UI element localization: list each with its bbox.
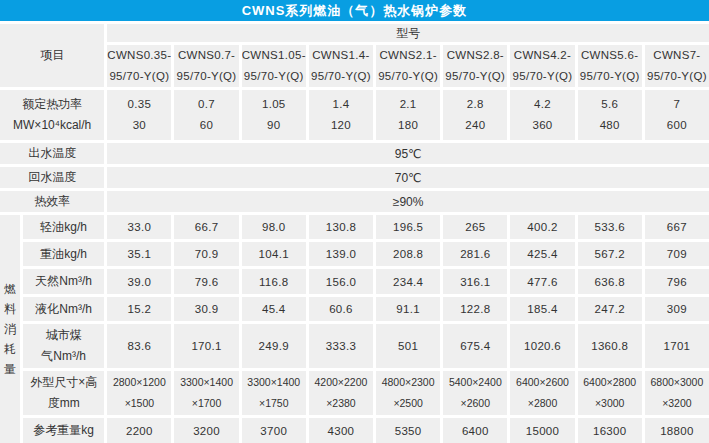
dimensions-value-cell: 3300×1400×1700 <box>174 371 238 415</box>
model-name-cell: CWNS7-95/70-Y(Q) <box>645 45 709 87</box>
model-number-header: 型号 <box>107 24 709 42</box>
model-name-cell: CWNS5.6-95/70-Y(Q) <box>578 45 642 87</box>
light-oil-value-cell: 33.0 <box>107 215 171 239</box>
weight-value-cell: 4300 <box>309 418 373 443</box>
city-gas-value-cell: 1020.6 <box>510 324 574 368</box>
model-names-row: CWNS0.35-95/70-Y(Q)CWNS0.7-95/70-Y(Q)CWN… <box>0 45 709 87</box>
natural-gas-value-cell: 636.8 <box>578 269 642 294</box>
rated-power-cell: 2.1180 <box>376 90 440 140</box>
weight-value-cell: 5350 <box>376 418 440 443</box>
lpg-value-cell: 91.1 <box>376 297 440 321</box>
model-name-cell: CWNS2.8-95/70-Y(Q) <box>443 45 507 87</box>
return-temp-row: 回水温度 70℃ <box>0 167 709 188</box>
weight-value-cell: 18800 <box>645 418 709 443</box>
rated-power-cell: 2.8240 <box>443 90 507 140</box>
weight-value-cell: 2200 <box>107 418 171 443</box>
rated-power-row: 额定热功率 MW×10⁴kcal/h 0.35300.7601.05901.41… <box>0 90 709 140</box>
dimensions-label: 外型尺寸×高 度mm <box>23 371 104 415</box>
model-name-cell: CWNS4.2-95/70-Y(Q) <box>510 45 574 87</box>
rated-power-label-line2: MW×10⁴kcal/h <box>0 115 104 136</box>
heavy-oil-value-cell: 425.4 <box>510 242 574 266</box>
rated-power-cell: 0.760 <box>174 90 238 140</box>
model-name-cell: CWNS1.05-95/70-Y(Q) <box>242 45 306 87</box>
natural-gas-value-cell: 234.4 <box>376 269 440 294</box>
natural-gas-value-cell: 156.0 <box>309 269 373 294</box>
lpg-value-cell: 185.4 <box>510 297 574 321</box>
dimensions-value-cell: 6400×2600×2800 <box>510 371 574 415</box>
rated-power-cell: 7600 <box>645 90 709 140</box>
lpg-value-cell: 60.6 <box>309 297 373 321</box>
natural-gas-row: 天然Nm³/h 39.079.6116.8156.0234.4316.1477.… <box>0 269 709 294</box>
heavy-oil-value-cell: 35.1 <box>107 242 171 266</box>
heavy-oil-value-cell: 208.8 <box>376 242 440 266</box>
boiler-parameters-table: 项目 型号 CWNS0.35-95/70-Y(Q)CWNS0.7-95/70-Y… <box>0 21 709 443</box>
page-title: CWNS系列燃油（气）热水锅炉参数 <box>242 3 468 18</box>
outlet-temp-row: 出水温度 95℃ <box>0 143 709 164</box>
return-temp-label: 回水温度 <box>0 167 104 188</box>
rated-power-label-line1: 额定热功率 <box>0 94 104 115</box>
heavy-oil-row: 重油kg/h 35.170.9104.1139.0208.8281.6425.4… <box>0 242 709 266</box>
heavy-oil-value-cell: 139.0 <box>309 242 373 266</box>
rated-power-cell: 1.4120 <box>309 90 373 140</box>
city-gas-value-cell: 1701 <box>645 324 709 368</box>
weight-value-cell: 6400 <box>443 418 507 443</box>
dimensions-value-cell: 2800×1200×1500 <box>107 371 171 415</box>
heavy-oil-value-cell: 281.6 <box>443 242 507 266</box>
lpg-row: 液化Nm³/h 15.230.945.460.691.1122.8185.424… <box>0 297 709 321</box>
light-oil-value-cell: 667 <box>645 215 709 239</box>
city-gas-value-cell: 333.3 <box>309 324 373 368</box>
city-gas-value-cell: 675.4 <box>443 324 507 368</box>
rated-power-cell: 5.6480 <box>578 90 642 140</box>
heavy-oil-value-cell: 567.2 <box>578 242 642 266</box>
dimensions-value-cell: 6400×2800×3000 <box>578 371 642 415</box>
light-oil-label: 轻油kg/h <box>23 215 104 239</box>
dimensions-label-line1: 外型尺寸×高 <box>23 372 104 393</box>
dimensions-value-cell: 4800×2300×2500 <box>376 371 440 415</box>
dimensions-row: 外型尺寸×高 度mm 2800×1200×15003300×1400×17003… <box>0 371 709 415</box>
weight-value-cell: 3200 <box>174 418 238 443</box>
light-oil-value-cell: 265 <box>443 215 507 239</box>
thermal-efficiency-row: 热效率 ≥90% <box>0 191 709 212</box>
light-oil-value-cell: 196.5 <box>376 215 440 239</box>
city-gas-value-cell: 83.6 <box>107 324 171 368</box>
thermal-efficiency-value: ≥90% <box>107 191 709 212</box>
light-oil-value-cell: 400.2 <box>510 215 574 239</box>
city-gas-label: 城市煤 气Nm³/h <box>23 324 104 368</box>
items-corner-header: 项目 <box>0 24 104 87</box>
title-bar: CWNS系列燃油（气）热水锅炉参数 <box>0 0 709 21</box>
weight-label: 参考重量kg <box>23 418 104 443</box>
lpg-value-cell: 247.2 <box>578 297 642 321</box>
city-gas-value-cell: 1360.8 <box>578 324 642 368</box>
city-gas-value-cell: 249.9 <box>242 324 306 368</box>
weight-value-cell: 3700 <box>242 418 306 443</box>
dimensions-label-line2: 度mm <box>23 393 104 414</box>
city-gas-row: 城市煤 气Nm³/h 83.6170.1249.9333.3501675.410… <box>0 324 709 368</box>
dimensions-value-cell: 4200×2200×2380 <box>309 371 373 415</box>
weight-row: 参考重量kg 220032003700430053506400150001630… <box>0 418 709 443</box>
light-oil-value-cell: 130.8 <box>309 215 373 239</box>
heavy-oil-value-cell: 104.1 <box>242 242 306 266</box>
lpg-value-cell: 30.9 <box>174 297 238 321</box>
natural-gas-value-cell: 116.8 <box>242 269 306 294</box>
header-row: 项目 型号 <box>0 24 709 42</box>
natural-gas-label: 天然Nm³/h <box>23 269 104 294</box>
fuel-consumption-group-label: 燃料消耗量 <box>0 215 20 443</box>
natural-gas-value-cell: 79.6 <box>174 269 238 294</box>
dimensions-value-cell: 3300×1400×1750 <box>242 371 306 415</box>
light-oil-row: 燃料消耗量 轻油kg/h 33.066.798.0130.8196.526540… <box>0 215 709 239</box>
lpg-value-cell: 122.8 <box>443 297 507 321</box>
light-oil-value-cell: 98.0 <box>242 215 306 239</box>
model-name-cell: CWNS0.35-95/70-Y(Q) <box>107 45 171 87</box>
lpg-label: 液化Nm³/h <box>23 297 104 321</box>
dimensions-value-cell: 5400×2400×2600 <box>443 371 507 415</box>
rated-power-cell: 0.3530 <box>107 90 171 140</box>
return-temp-value: 70℃ <box>107 167 709 188</box>
natural-gas-value-cell: 796 <box>645 269 709 294</box>
light-oil-value-cell: 66.7 <box>174 215 238 239</box>
city-gas-value-cell: 170.1 <box>174 324 238 368</box>
natural-gas-value-cell: 39.0 <box>107 269 171 294</box>
rated-power-label: 额定热功率 MW×10⁴kcal/h <box>0 90 104 140</box>
model-name-cell: CWNS0.7-95/70-Y(Q) <box>174 45 238 87</box>
lpg-value-cell: 309 <box>645 297 709 321</box>
model-name-cell: CWNS1.4-95/70-Y(Q) <box>309 45 373 87</box>
